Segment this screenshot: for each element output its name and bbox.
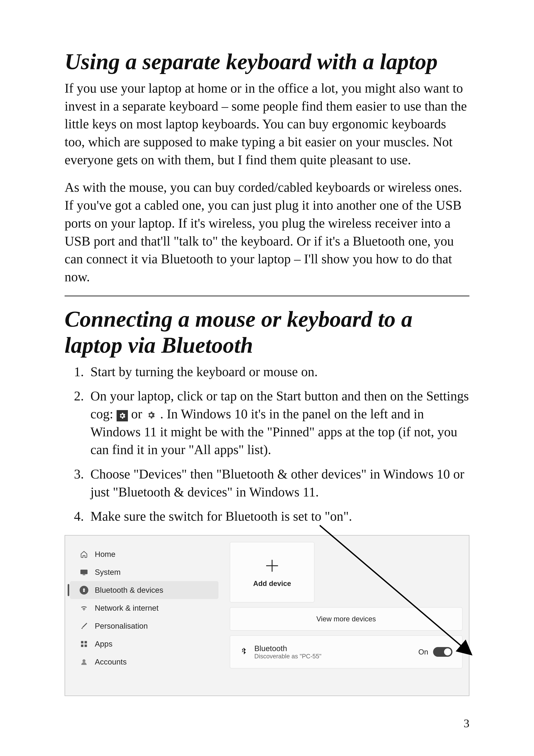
settings-main: Add device View more devices Bluetooth D… bbox=[223, 535, 469, 695]
sidebar-label-apps: Apps bbox=[95, 639, 113, 648]
step-3: Choose "Devices" then "Bluetooth & other… bbox=[87, 465, 470, 501]
svg-rect-0 bbox=[80, 570, 88, 574]
section2-heading: Connecting a mouse or keyboard to a lapt… bbox=[64, 306, 470, 358]
bluetooth-toggle[interactable] bbox=[433, 647, 452, 657]
add-device-label: Add device bbox=[253, 580, 291, 587]
svg-point-6 bbox=[83, 659, 86, 662]
bluetooth-icon bbox=[80, 586, 88, 595]
bluetooth-state-label: On bbox=[419, 648, 428, 656]
system-icon bbox=[80, 568, 88, 577]
bluetooth-subtitle: Discoverable as "PC-55" bbox=[254, 653, 321, 660]
divider bbox=[64, 296, 470, 296]
settings-sidebar: Home System Bluetooth & devices bbox=[65, 535, 223, 695]
step-2-or: or bbox=[131, 407, 145, 421]
sidebar-item-network[interactable]: Network & internet bbox=[65, 599, 223, 617]
sidebar-item-accounts[interactable]: Accounts bbox=[65, 653, 223, 671]
svg-rect-2 bbox=[81, 641, 84, 643]
sidebar-label-bluetooth: Bluetooth & devices bbox=[95, 586, 163, 595]
step-2: On your laptop, click or tap on the Star… bbox=[87, 387, 470, 459]
brush-icon bbox=[80, 622, 88, 631]
wifi-icon bbox=[80, 604, 88, 612]
svg-rect-5 bbox=[85, 644, 87, 647]
bluetooth-row: Bluetooth Discoverable as "PC-55" On bbox=[230, 635, 463, 668]
add-device-tile[interactable]: Add device bbox=[230, 542, 315, 603]
apps-icon bbox=[80, 640, 88, 648]
sidebar-label-system: System bbox=[95, 568, 121, 577]
page-number: 3 bbox=[464, 717, 470, 730]
view-more-label: View more devices bbox=[316, 615, 376, 623]
step-1: Start by turning the keyboard or mouse o… bbox=[87, 363, 470, 381]
svg-rect-4 bbox=[81, 644, 84, 647]
settings-cog-light-icon bbox=[145, 409, 157, 421]
steps-list: Start by turning the keyboard or mouse o… bbox=[64, 363, 470, 526]
home-icon bbox=[80, 550, 88, 559]
sidebar-item-apps[interactable]: Apps bbox=[65, 635, 223, 653]
sidebar-item-system[interactable]: System bbox=[65, 563, 223, 581]
sidebar-label-network: Network & internet bbox=[95, 604, 159, 612]
person-icon bbox=[80, 658, 88, 666]
sidebar-label-personalisation: Personalisation bbox=[95, 622, 148, 631]
bluetooth-title: Bluetooth bbox=[254, 644, 321, 653]
view-more-devices[interactable]: View more devices bbox=[230, 607, 463, 631]
sidebar-item-bluetooth[interactable]: Bluetooth & devices bbox=[70, 581, 218, 599]
section1-para2: As with the mouse, you can buy corded/ca… bbox=[64, 178, 470, 286]
sidebar-item-home[interactable]: Home bbox=[65, 545, 223, 563]
sidebar-label-accounts: Accounts bbox=[95, 658, 127, 666]
step-4: Make sure the switch for Bluetooth is se… bbox=[87, 507, 470, 525]
bluetooth-row-icon bbox=[240, 647, 248, 657]
section1-para1: If you use your laptop at home or in the… bbox=[64, 79, 470, 169]
windows-settings-screenshot: Home System Bluetooth & devices bbox=[64, 535, 470, 696]
sidebar-item-personalisation[interactable]: Personalisation bbox=[65, 617, 223, 635]
svg-rect-3 bbox=[85, 641, 87, 643]
plus-icon bbox=[263, 557, 281, 575]
svg-rect-1 bbox=[83, 575, 85, 575]
section1-heading: Using a separate keyboard with a laptop bbox=[64, 48, 470, 74]
sidebar-label-home: Home bbox=[95, 550, 115, 559]
settings-cog-dark-icon bbox=[116, 410, 128, 421]
